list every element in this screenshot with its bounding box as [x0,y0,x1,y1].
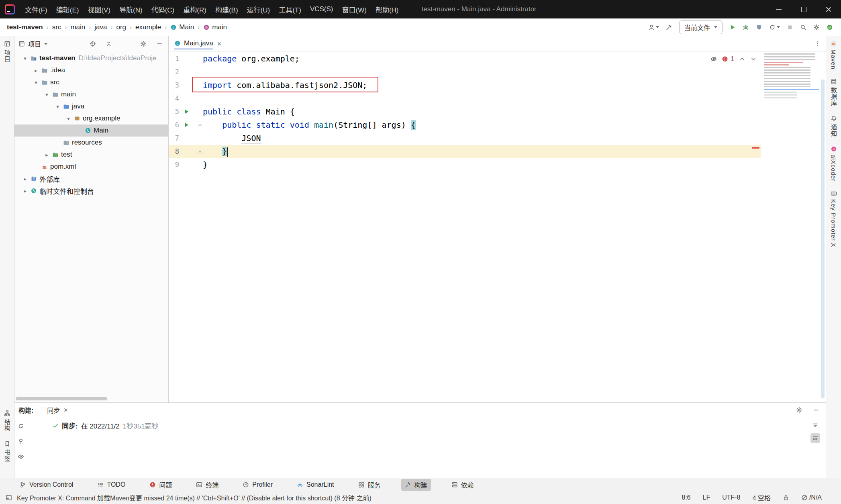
toolwindow-stripe-通知[interactable]: 通知 [826,111,841,141]
menu-构建(B)[interactable]: 构建(B) [211,0,243,18]
editor-line-2[interactable]: 2 [169,65,761,79]
tree-chevron-icon[interactable]: ▾ [20,55,31,61]
tree-item-Main[interactable]: CMain [14,124,168,137]
tab-options-icon[interactable] [814,41,826,47]
breadcrumb-item-main[interactable]: main [70,23,85,31]
breadcrumb-item-java[interactable]: java [94,23,107,31]
tree-chevron-icon[interactable]: ▾ [52,104,63,110]
minimize-button[interactable] [766,0,791,18]
tree-chevron-icon[interactable]: ▾ [31,80,41,86]
error-stripe-mark[interactable] [752,147,759,149]
close-tab-icon[interactable] [63,408,68,412]
editor-tab-main-java[interactable]: C Main.java [169,36,227,51]
menu-导航(N)[interactable]: 导航(N) [115,0,147,18]
editor-scrollbar[interactable] [821,80,825,398]
toolwindow-button-SonarLint[interactable]: SonarLint [293,480,338,490]
editor-line-5[interactable]: 5public class Main { [169,105,761,118]
tree-item-resources[interactable]: resources [14,137,168,149]
tree-item-java[interactable]: ▾java [14,100,168,112]
maximize-button[interactable] [791,0,816,18]
menu-运行(U)[interactable]: 运行(U) [243,0,275,18]
build-settings-icon[interactable] [796,407,802,413]
highlighting-level-icon[interactable] [710,56,717,62]
menu-窗口(W)[interactable]: 窗口(W) [338,0,371,18]
statusbar-item-4 空格[interactable]: 4 空格 [753,493,771,502]
select-opened-file-button[interactable] [90,41,96,47]
horizontal-scrollbar[interactable] [16,397,107,400]
tree-chevron-icon[interactable]: ▸ [20,188,31,194]
run-with-coverage-button[interactable] [756,24,762,31]
filter-messages-icon[interactable] [812,422,819,429]
hide-build-panel-icon[interactable] [813,407,819,413]
toolwindow-button-Profiler[interactable]: Profiler [239,480,276,490]
menu-编辑(E)[interactable]: 编辑(E) [52,0,84,18]
statusbar-item-UTF-8[interactable]: UTF-8 [722,494,740,501]
menu-VCS(S)[interactable]: VCS(S) [306,0,338,18]
tree-chevron-icon[interactable]: ▸ [31,67,41,73]
statusbar-item-lock[interactable] [783,494,789,501]
tree-chevron-icon[interactable]: ▾ [41,92,52,98]
profiler-run-button[interactable] [769,24,780,31]
breadcrumb-item-example[interactable]: example [135,23,161,31]
toolwindow-stripe-书签[interactable]: 书签 [0,436,14,467]
build-tab-sync[interactable]: 同步 [47,405,68,415]
build-status-row[interactable]: 同步: 在 2022/11/2 1秒351毫秒 [52,420,159,431]
tree-item-pom.xml[interactable]: mpom.xml [14,161,168,173]
editor-line-4[interactable]: 4 [169,92,761,105]
chevron-down-icon[interactable] [44,43,47,45]
toolwindow-stripe-数据库[interactable]: 数据库 [826,74,841,111]
editor-line-7[interactable]: 7 JSON [169,132,761,145]
statusbar-item-8:6[interactable]: 8:6 [682,494,690,501]
next-error-button[interactable] [750,56,757,62]
toolwindow-stripe-结构[interactable]: 结构 [0,406,14,436]
toolwindow-button-TODO[interactable]: TODO [94,480,129,490]
editor-line-3[interactable]: 3import com.alibaba.fastjson2.JSON; [169,79,761,92]
editor-line-1[interactable]: 1package org.example; [169,52,761,65]
previous-error-button[interactable] [739,56,745,62]
statusbar-item-LF[interactable]: LF [703,494,710,501]
tree-item-org.example[interactable]: ▾org.example [14,112,168,124]
tree-chevron-icon[interactable]: ▸ [41,152,52,158]
menu-重构(R)[interactable]: 重构(R) [179,0,211,18]
toolwindow-button-终端[interactable]: 终端 [192,479,222,491]
fold-icon[interactable] [197,149,203,155]
toolwindow-button-Version Control[interactable]: Version Control [16,480,77,490]
toolwindow-stripe-项目[interactable]: 项目 [0,36,14,67]
settings-button[interactable] [813,24,820,31]
hide-tool-window-button[interactable] [156,41,163,47]
fold-icon[interactable] [197,122,203,129]
view-options-icon[interactable] [18,453,24,460]
toolwindow-stripe-Maven[interactable]: mMaven [826,36,841,74]
tree-item-.idea[interactable]: ▸.idea [14,64,168,76]
build-project-button[interactable] [666,24,672,31]
close-tab-icon[interactable] [217,41,222,46]
tree-item-src[interactable]: ▾src [14,76,168,88]
collapse-all-button[interactable] [106,41,112,47]
run-arrow-icon[interactable] [183,122,190,128]
error-indicator[interactable]: 1 [722,55,734,63]
close-button[interactable] [816,0,841,18]
stop-button[interactable] [787,24,793,31]
statusbar-item-/N/A[interactable]: /N/A [801,494,822,501]
search-everywhere-button[interactable] [800,24,806,31]
toolwindow-button-依赖[interactable]: 依赖 [448,479,478,491]
tool-window-switcher-icon[interactable] [6,494,12,501]
tree-chevron-icon[interactable]: ▾ [63,116,74,122]
minimap[interactable] [764,53,819,99]
tree-chevron-icon[interactable]: ▸ [20,176,31,182]
run-button[interactable] [729,24,736,31]
code-editor[interactable]: 1package org.example;23import com.alibab… [169,51,826,402]
breadcrumb-item-org[interactable]: org [116,23,126,31]
breadcrumb-item-test-maven[interactable]: test-maven [7,23,43,31]
tree-item-main[interactable]: ▾main [14,88,168,100]
analysis-status-icon[interactable] [827,24,833,31]
menu-代码(C)[interactable]: 代码(C) [147,0,179,18]
debug-button[interactable] [743,24,749,31]
run-configuration-select[interactable]: 当前文件 [679,20,723,34]
tree-item-临时文件和控制台[interactable]: ▸临时文件和控制台 [14,185,168,197]
tree-item-外部库[interactable]: ▸外部库 [14,173,168,185]
toolwindow-button-服务[interactable]: 服务 [355,479,384,491]
user-menu-button[interactable] [648,24,659,31]
editor-line-8[interactable]: 8 } [169,145,761,158]
menu-帮助(H)[interactable]: 帮助(H) [371,0,403,18]
